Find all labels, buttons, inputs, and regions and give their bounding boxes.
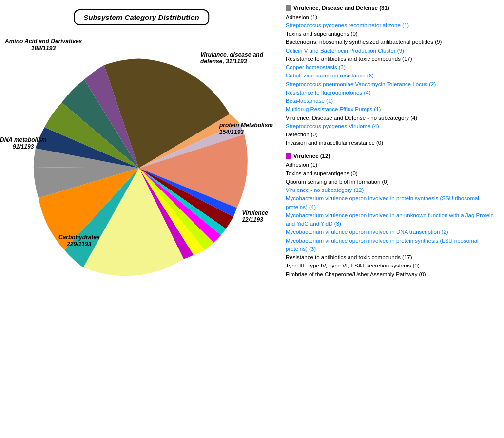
legend-color-vdd — [286, 5, 291, 11]
legend-divider — [286, 150, 501, 150]
legend-item[interactable]: Mycobacterium virulence operon involved … — [286, 228, 501, 236]
legend-item[interactable]: Resistance to fluoroquinolones (4) — [286, 89, 501, 97]
label-protein-metabolism: protein Metabolism154/1193 — [219, 122, 273, 135]
label-carbohydrates: Carbohydrates229/1193 — [58, 234, 100, 248]
legend-section-virulence: Virulence (12) Adhesion (1) Toxins and s… — [286, 152, 501, 279]
legend-item[interactable]: Mycobacterium virulence operon involved … — [286, 194, 501, 211]
legend-item[interactable]: Detection (0) — [286, 131, 501, 139]
legend-item[interactable]: Copper homeostasis (3) — [286, 63, 501, 72]
legend-item[interactable]: Cobalt-zinc-cadmium resistance (6) — [286, 72, 501, 80]
legend-item[interactable]: Colicin V and Bacteriocin Production Clu… — [286, 47, 501, 55]
legend-section-vdd: Virulence, Disease and Defense (31) Adhe… — [286, 4, 501, 148]
chart-area: Subsystem Category Distribution — [0, 0, 283, 438]
pie-chart — [15, 44, 263, 292]
legend-item[interactable]: Adhesion (1) — [286, 13, 501, 21]
legend-color-virulence — [286, 153, 291, 159]
legend-item[interactable]: Resistance to antibiotics and toxic comp… — [286, 253, 501, 262]
legend-title-vdd: Virulence, Disease and Defense (31) — [293, 4, 389, 12]
legend-header-vdd[interactable]: Virulence, Disease and Defense (31) — [286, 4, 501, 12]
legend-item[interactable]: Virulence - no subcategory (12) — [286, 186, 501, 194]
legend-area: Virulence, Disease and Defense (31) Adhe… — [283, 0, 504, 438]
label-dna-metabolism: DNA metabolism91/1193 — [0, 136, 47, 150]
legend-item[interactable]: Fimbriae of the Chaperone/Usher Assembly… — [286, 270, 501, 279]
legend-item[interactable]: Toxins and superantigens (0) — [286, 30, 501, 38]
legend-header-virulence[interactable]: Virulence (12) — [286, 152, 501, 160]
legend-item[interactable]: Invasion and intracellular resistance (0… — [286, 139, 501, 147]
legend-item[interactable]: Type III, Type IV, Type VI, ESAT secreti… — [286, 262, 501, 270]
legend-item[interactable]: Quorum sensing and biofilm formation (0) — [286, 178, 501, 186]
legend-item[interactable]: Adhesion (1) — [286, 161, 501, 169]
legend-item[interactable]: Streptococcus pyogenes recombinatorial z… — [286, 21, 501, 30]
legend-item[interactable]: Bacteriocins, ribosomally synthesized an… — [286, 38, 501, 46]
legend-item[interactable]: Streptococcus pyogenes Virulome (4) — [286, 122, 501, 131]
legend-title-virulence: Virulence (12) — [293, 152, 330, 160]
chart-title: Subsystem Category Distribution — [74, 9, 209, 25]
legend-item[interactable]: Multidrug Resistance Efflux Pumps (1) — [286, 105, 501, 114]
legend-item[interactable]: Resistance to antibiotics and toxic comp… — [286, 55, 501, 63]
legend-item[interactable]: Mycobacterium virulence operon involved … — [286, 237, 501, 254]
label-virulence: Virulence12/1193 — [242, 209, 268, 223]
legend-item[interactable]: Toxins and superantigens (0) — [286, 170, 501, 178]
legend-item[interactable]: Streptococcus pneumoniae Vancomycin Tole… — [286, 80, 501, 89]
legend-item[interactable]: Mycobacterium virulence operon involved … — [286, 211, 501, 229]
legend-item[interactable]: Virulence, Disease and Defense - no subc… — [286, 114, 501, 122]
label-virulance-disease: Virulance, disease anddefense, 31/1193 — [200, 51, 263, 65]
legend-item[interactable]: Beta-lactamase (1) — [286, 97, 501, 105]
label-amino-acid: Amino Acid and Derivatives188/1193 — [5, 38, 82, 52]
